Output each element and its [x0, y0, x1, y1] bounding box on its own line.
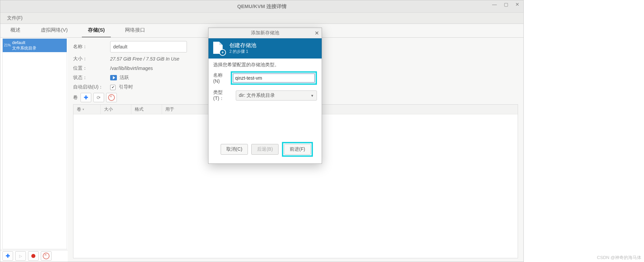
forward-highlight: 前进(F) — [282, 142, 313, 157]
start-pool-button[interactable]: ▷ — [15, 251, 26, 261]
menu-file[interactable]: 文件(F) — [4, 14, 25, 22]
delete-volume-button[interactable] — [106, 93, 117, 102]
window-title: QEMU/KVM 连接详情 — [237, 3, 287, 10]
tab-overview[interactable]: 概述 — [4, 24, 27, 37]
dialog-title: 添加新存储池 — [251, 30, 279, 36]
pool-usage-percent: 21% — [4, 43, 11, 48]
location-label: 位置： — [73, 65, 110, 71]
delete-icon — [43, 253, 50, 259]
cancel-button[interactable]: 取消(C) — [221, 144, 248, 155]
pool-name-field[interactable] — [233, 73, 315, 83]
tab-virtual-networks[interactable]: 虚拟网络(V) — [35, 24, 74, 37]
chevron-down-icon: ▼ — [311, 94, 314, 98]
delete-icon — [108, 94, 115, 101]
titlebar: QEMU/KVM 连接详情 — ▢ ✕ — [0, 0, 523, 13]
volume-label: 卷 — [73, 95, 78, 101]
name-field-label: 名称(N) — [213, 72, 227, 84]
autostart-checkbox[interactable] — [110, 85, 116, 90]
add-pool-button[interactable]: ✚ — [2, 251, 13, 261]
add-volume-button[interactable]: ✚ — [80, 93, 91, 102]
record-icon — [31, 254, 35, 258]
watermark: CSDN @神奇的海马体 — [597, 255, 641, 261]
col-volume-label: 卷 — [77, 106, 81, 112]
col-volume[interactable]: 卷 ▾ — [73, 105, 101, 114]
refresh-icon: ⟳ — [97, 95, 101, 100]
pool-type-select[interactable]: dir: 文件系统目录 ▼ — [236, 90, 317, 101]
pool-item-default[interactable]: 21% default 文件系统目录 — [3, 39, 67, 52]
autostart-label: 自动启动(U)： — [73, 84, 110, 90]
minimize-button[interactable]: — — [490, 1, 498, 8]
dialog-titlebar: 添加新存储池 ✕ — [208, 28, 322, 38]
forward-button[interactable]: 前进(F) — [284, 144, 311, 155]
pool-item-name: default — [5, 40, 64, 45]
menubar: 文件(F) — [0, 13, 523, 24]
name-label: 名称： — [73, 44, 110, 50]
type-row: 类型(T)： dir: 文件系统目录 ▼ — [213, 89, 317, 102]
plus-icon: ✚ — [84, 95, 88, 101]
tab-network-interfaces[interactable]: 网络接口 — [119, 24, 151, 37]
refresh-volumes-button[interactable]: ⟳ — [93, 93, 104, 102]
dialog-body: 选择您希望配置的存储池类型。 名称(N) 类型(T)： dir: 文件系统目录 … — [208, 59, 322, 163]
dialog-footer: 取消(C) 后退(B) 前进(F) — [213, 139, 317, 160]
pool-state-value: 活跃 — [120, 75, 129, 81]
banner-title: 创建存储池 — [229, 42, 256, 48]
pool-name-input[interactable] — [110, 41, 187, 52]
type-field-label: 类型(T)： — [213, 89, 232, 102]
pool-size-free: 27.57 GiB Free — [110, 56, 142, 62]
state-label: 状态： — [73, 75, 110, 81]
create-pool-icon: + — [213, 42, 225, 55]
back-button: 后退(B) — [251, 144, 279, 155]
size-label: 大小： — [73, 56, 110, 62]
maximize-button[interactable]: ▢ — [502, 1, 510, 8]
pool-toolbar: ✚ ▷ — [0, 250, 68, 262]
running-icon — [110, 75, 117, 80]
pool-type-value: dir: 文件系统目录 — [239, 92, 275, 99]
pool-list[interactable]: 21% default 文件系统目录 — [2, 38, 67, 249]
play-icon: ▷ — [19, 254, 22, 258]
name-row: 名称(N) — [213, 71, 317, 85]
close-button[interactable]: ✕ — [513, 1, 521, 8]
pool-sidebar: 21% default 文件系统目录 ✚ ▷ — [0, 38, 68, 262]
sort-caret-icon: ▾ — [83, 108, 84, 111]
dialog-close-button[interactable]: ✕ — [315, 30, 319, 36]
banner-step: 2 的步骤 1 — [229, 48, 256, 54]
pool-size-sep: / — [142, 56, 146, 62]
autostart-value: 引导时 — [119, 84, 133, 89]
stop-pool-button[interactable] — [28, 251, 39, 261]
col-size[interactable]: 大小 — [101, 105, 131, 114]
window-controls: — ▢ ✕ — [490, 1, 521, 8]
plus-icon: ✚ — [6, 253, 10, 259]
pool-item-type: 文件系统目录 — [5, 45, 64, 51]
delete-pool-button[interactable] — [41, 251, 52, 261]
pool-size-inuse: 7.53 GiB In Use — [146, 56, 180, 62]
add-storage-pool-dialog: 添加新存储池 ✕ + 创建存储池 2 的步骤 1 选择您希望配置的存储池类型。 … — [208, 28, 322, 164]
dialog-description: 选择您希望配置的存储池类型。 — [213, 62, 317, 68]
tab-storage[interactable]: 存储(S) — [82, 24, 111, 37]
name-highlight — [231, 71, 317, 85]
dialog-banner: + 创建存储池 2 的步骤 1 — [208, 38, 322, 59]
col-format[interactable]: 格式 — [131, 105, 162, 114]
